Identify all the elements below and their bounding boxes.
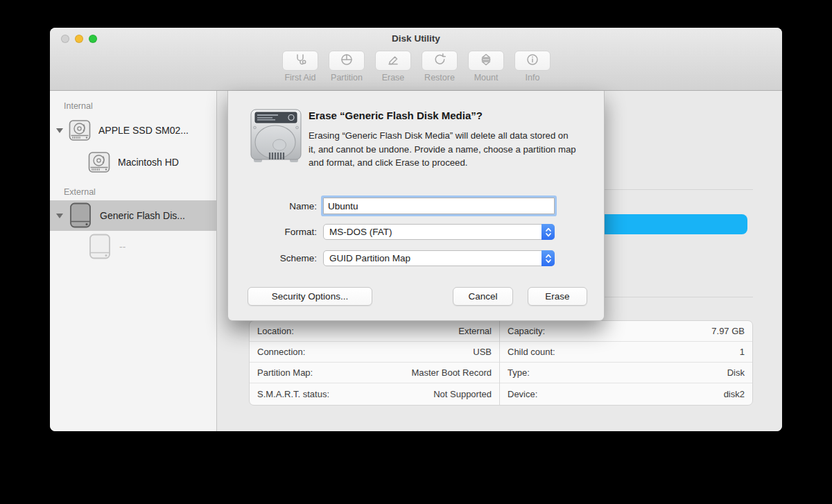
disk-name: Generic Flash Dis... — [100, 210, 185, 221]
info-value: disk2 — [724, 389, 745, 399]
mount-eject-icon — [479, 53, 493, 69]
erase-button[interactable]: Erase — [528, 287, 587, 306]
scheme-field-row: Scheme: GUID Partition Map — [228, 250, 555, 266]
toolbar-label: Partition — [331, 73, 363, 82]
info-label: Partition Map: — [257, 367, 313, 378]
cancel-button[interactable]: Cancel — [453, 287, 513, 306]
sidebar-section-internal: Internal — [64, 101, 216, 112]
format-label: Format: — [228, 227, 323, 237]
external-disk-icon — [68, 202, 93, 229]
external-disk-faded-icon — [87, 233, 112, 261]
internal-disk-icon — [87, 150, 111, 174]
info-row-connection: Connection: USB — [250, 342, 499, 363]
restore-button[interactable] — [422, 51, 458, 71]
sidebar-section-external: External — [64, 186, 216, 198]
hard-drive-icon — [248, 105, 304, 168]
name-field-row: Name: — [228, 198, 555, 214]
info-value: 1 — [740, 347, 745, 357]
info-value: USB — [473, 347, 492, 357]
disclosure-triangle-icon[interactable] — [56, 214, 63, 218]
window-title: Disk Utility — [50, 33, 782, 44]
disk-name: Macintosh HD — [118, 157, 179, 168]
info-value: Not Supported — [433, 389, 492, 399]
toolbar-label: First Aid — [284, 73, 315, 82]
restore-arrow-icon — [433, 53, 447, 69]
scheme-popup[interactable]: GUID Partition Map — [323, 250, 555, 266]
toolbar-label: Restore — [424, 73, 455, 82]
window-header: Disk Utility First Aid — [50, 28, 782, 91]
disk-name: APPLE SSD SM02... — [98, 125, 189, 136]
popup-arrows-icon — [541, 224, 555, 240]
toolbar-first-aid[interactable]: First Aid — [279, 51, 322, 82]
info-row-capacity: Capacity: 7.97 GB — [500, 321, 752, 342]
disk-info-table: Location: External Connection: USB Parti… — [249, 320, 753, 406]
first-aid-button[interactable] — [282, 51, 318, 71]
info-button[interactable] — [514, 51, 551, 71]
toolbar-mount[interactable]: Mount — [465, 51, 508, 82]
erase-dialog: Erase “Generic Flash Disk Media”? Erasin… — [227, 91, 605, 321]
info-column-left: Location: External Connection: USB Parti… — [250, 321, 500, 405]
toolbar-label: Mount — [474, 73, 499, 82]
toolbar-info[interactable]: Info — [511, 51, 554, 82]
info-row-smart-status: S.M.A.R.T. status: Not Supported — [250, 383, 499, 404]
dialog-message: Erasing “Generic Flash Disk Media” will … — [309, 129, 576, 170]
sidebar-item-generic-flash[interactable]: Generic Flash Dis... — [50, 200, 216, 231]
stethoscope-icon — [293, 53, 307, 69]
info-circle-icon — [526, 53, 539, 69]
info-column-right: Capacity: 7.97 GB Child count: 1 Type: D… — [500, 321, 752, 405]
security-options-button[interactable]: Security Options... — [248, 287, 372, 306]
popup-arrows-icon — [541, 250, 555, 266]
disk-name: -- — [119, 241, 125, 252]
format-field-row: Format: MS-DOS (FAT) — [228, 224, 555, 240]
eraser-icon-button[interactable] — [375, 51, 411, 71]
info-row-type: Type: Disk — [500, 363, 752, 383]
info-value: Disk — [727, 367, 745, 378]
info-value: External — [458, 326, 492, 336]
info-label: Location: — [257, 326, 294, 336]
info-label: S.M.A.R.T. status: — [257, 389, 329, 399]
scheme-selected-value: GUID Partition Map — [324, 253, 541, 263]
toolbar-restore[interactable]: Restore — [418, 51, 461, 82]
info-value: Master Boot Record — [411, 367, 492, 378]
name-input[interactable] — [323, 198, 555, 214]
sidebar: Internal APPLE SSD SM02... Macintosh HD … — [50, 91, 217, 431]
eraser-icon — [386, 53, 400, 69]
dialog-title: Erase “Generic Flash Disk Media”? — [309, 110, 483, 121]
format-selected-value: MS-DOS (FAT) — [324, 227, 541, 237]
disclosure-triangle-icon[interactable] — [56, 128, 63, 133]
screenshot-canvas: Disk Utility First Aid — [0, 0, 832, 504]
sidebar-item-macintosh-hd[interactable]: Macintosh HD — [50, 146, 216, 178]
sidebar-item-apple-ssd[interactable]: APPLE SSD SM02... — [50, 114, 216, 146]
partition-button[interactable] — [329, 51, 365, 71]
info-row-location: Location: External — [250, 321, 499, 342]
format-popup[interactable]: MS-DOS (FAT) — [323, 224, 555, 240]
internal-disk-icon — [68, 119, 92, 142]
scheme-label: Scheme: — [228, 253, 323, 263]
name-label: Name: — [228, 201, 323, 211]
sidebar-item-unnamed-volume[interactable]: -- — [50, 231, 216, 263]
pie-chart-icon — [340, 53, 354, 69]
info-label: Type: — [508, 367, 530, 378]
info-label: Capacity: — [508, 326, 545, 336]
info-label: Child count: — [508, 347, 555, 357]
info-row-child-count: Child count: 1 — [500, 342, 752, 363]
toolbar: First Aid Partition — [279, 51, 554, 82]
info-row-device: Device: disk2 — [500, 383, 752, 404]
toolbar-partition[interactable]: Partition — [325, 51, 368, 82]
mount-button[interactable] — [468, 51, 504, 71]
info-label: Device: — [508, 389, 537, 399]
toolbar-erase[interactable]: Erase — [372, 51, 415, 82]
disk-utility-window: Disk Utility First Aid — [50, 28, 782, 431]
info-value: 7.97 GB — [711, 326, 745, 336]
info-label: Connection: — [257, 347, 305, 357]
toolbar-label: Erase — [382, 73, 405, 82]
toolbar-label: Info — [526, 73, 540, 82]
info-row-partition-map: Partition Map: Master Boot Record — [250, 363, 499, 383]
